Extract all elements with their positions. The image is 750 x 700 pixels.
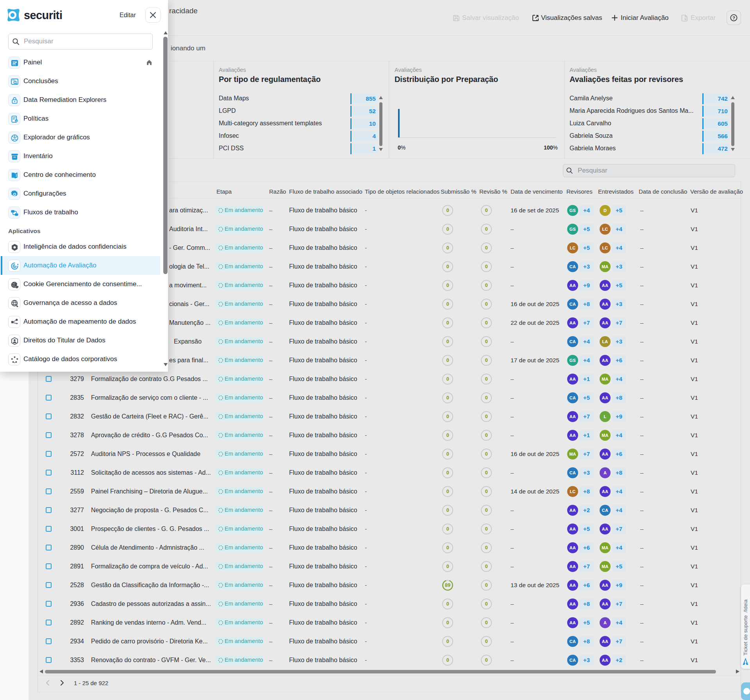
svg-text:?: ? — [732, 16, 735, 20]
